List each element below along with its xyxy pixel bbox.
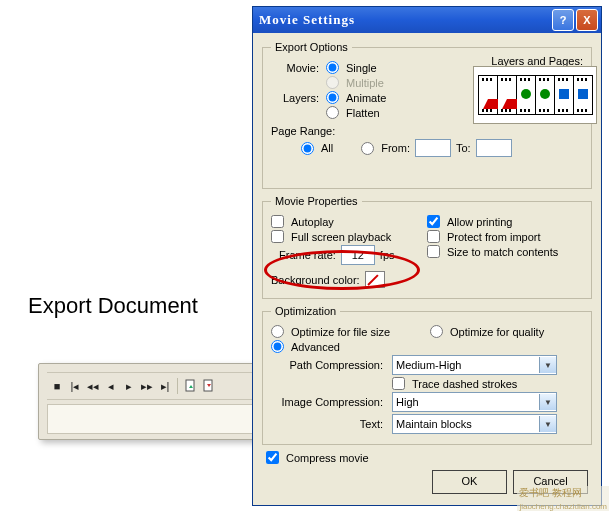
export-doc-icon[interactable] [202,380,214,392]
image-comp-select[interactable]: High▼ [392,392,557,412]
fps-label: fps [380,249,395,261]
path-comp-label: Path Compression: [271,359,387,371]
page-to-label: To: [456,142,471,154]
text-label: Text: [271,418,387,430]
toolbar-bottom-row [47,404,266,434]
text-select[interactable]: Maintain blocks▼ [392,414,557,434]
page-from-radio[interactable] [361,142,374,155]
dialog-title: Movie Settings [259,12,355,28]
page-all-radio[interactable] [301,142,314,155]
layers-animate-label: Animate [346,92,386,104]
close-button[interactable]: X [576,9,598,31]
layers-pages-preview [473,66,597,124]
toolbar-separator [177,378,178,394]
opt-advanced-label: Advanced [291,341,340,353]
movie-properties-group: Movie Properties Autoplay Full screen pl… [262,195,592,299]
media-toolbar-row: ■ |◂ ◂◂ ◂ ▸ ▸▸ ▸| [47,372,266,400]
opt-quality-radio[interactable] [430,325,443,338]
allow-printing-label: Allow printing [447,216,512,228]
watermark: 爱书吧 教程网 jiaocheng.chazidian.com [517,486,609,511]
page-all-label: All [321,142,333,154]
prev-icon[interactable]: ◂◂ [87,380,99,392]
step-back-icon[interactable]: ◂ [105,380,117,392]
help-button[interactable]: ? [552,9,574,31]
movie-multiple-radio [326,76,339,89]
text-value: Maintain blocks [396,418,472,430]
movie-single-radio[interactable] [326,61,339,74]
play-icon[interactable]: ▸ [123,380,135,392]
optimization-legend: Optimization [271,305,340,317]
chevron-down-icon: ▼ [539,394,556,410]
chevron-down-icon: ▼ [539,357,556,373]
layers-label: Layers: [271,92,321,104]
ok-button[interactable]: OK [432,470,507,494]
stop-icon[interactable]: ■ [51,380,63,392]
media-toolbar: ■ |◂ ◂◂ ◂ ▸ ▸▸ ▸| [38,363,275,440]
movie-properties-legend: Movie Properties [271,195,362,207]
fullscreen-checkbox[interactable] [271,230,284,243]
layers-animate-radio[interactable] [326,91,339,104]
chevron-down-icon: ▼ [539,416,556,432]
image-comp-value: High [396,396,419,408]
annotation-label: Export Document [28,293,198,319]
svg-rect-0 [186,380,194,391]
watermark-sub: jiaocheng.chazidian.com [519,502,607,511]
opt-size-label: Optimize for file size [291,326,390,338]
allow-printing-checkbox[interactable] [427,215,440,228]
page-range-label: Page Range: [271,125,335,137]
opt-quality-label: Optimize for quality [450,326,544,338]
page-from-input[interactable] [415,139,451,157]
compress-movie-checkbox[interactable] [266,451,279,464]
optimization-group: Optimization Optimize for file size Opti… [262,305,592,445]
size-match-checkbox[interactable] [427,245,440,258]
opt-size-radio[interactable] [271,325,284,338]
import-doc-icon[interactable] [184,380,196,392]
image-comp-label: Image Compression: [271,396,387,408]
frame-rate-label: Frame rate: [279,249,336,261]
frame-rate-input[interactable] [341,245,375,265]
titlebar: Movie Settings ? X [253,7,601,33]
trace-dashed-label: Trace dashed strokes [412,378,517,390]
layers-flatten-label: Flatten [346,107,380,119]
page-from-label: From: [381,142,410,154]
path-comp-value: Medium-High [396,359,461,371]
watermark-main: 爱书吧 教程网 [519,487,582,498]
page-to-input[interactable] [476,139,512,157]
movie-multiple-label: Multiple [346,77,384,89]
size-match-label: Size to match contents [447,246,558,258]
export-options-legend: Export Options [271,41,352,53]
autoplay-checkbox[interactable] [271,215,284,228]
trace-dashed-checkbox[interactable] [392,377,405,390]
movie-single-label: Single [346,62,377,74]
last-icon[interactable]: ▸| [159,380,171,392]
movie-label: Movie: [271,62,321,74]
protect-label: Protect from import [447,231,541,243]
first-icon[interactable]: |◂ [69,380,81,392]
opt-advanced-radio[interactable] [271,340,284,353]
bg-color-swatch[interactable] [365,271,385,288]
path-comp-select[interactable]: Medium-High▼ [392,355,557,375]
step-fwd-icon[interactable]: ▸▸ [141,380,153,392]
bg-color-label: Background color: [271,274,360,286]
compress-movie-label: Compress movie [286,452,369,464]
protect-checkbox[interactable] [427,230,440,243]
autoplay-label: Autoplay [291,216,334,228]
fullscreen-label: Full screen playback [291,231,391,243]
layers-flatten-radio[interactable] [326,106,339,119]
